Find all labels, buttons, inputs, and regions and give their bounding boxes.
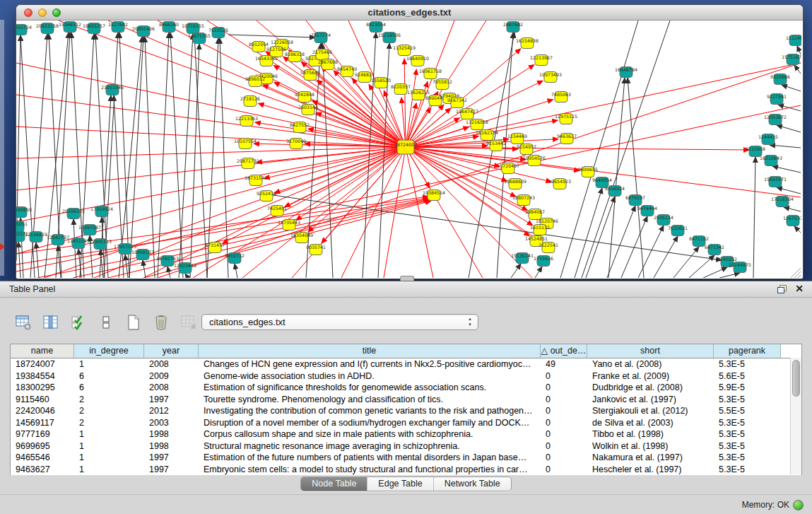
table-row[interactable]: 911546021997Tourette syndrome. Phenomeno…: [11, 394, 801, 406]
table-cell[interactable]: 9115460: [11, 394, 74, 406]
table-cell[interactable]: 1: [74, 358, 144, 370]
network-node[interactable]: 2935114: [654, 215, 673, 226]
table-cell[interactable]: 5.6E-5: [714, 370, 781, 382]
network-node[interactable]: 18640910: [406, 56, 429, 66]
table-cell[interactable]: 1997: [144, 464, 199, 476]
network-node[interactable]: 11451549: [67, 238, 90, 249]
table-cell[interactable]: 9699695: [11, 440, 74, 452]
table-cell[interactable]: 1998: [144, 440, 199, 452]
table-cell[interactable]: Genome-wide association studies in ADHD.: [199, 370, 541, 382]
table-row[interactable]: 969969511998Structural magnetic resonanc…: [11, 440, 801, 452]
network-node[interactable]: 18724007: [394, 140, 417, 154]
show-columns-icon[interactable]: [42, 313, 60, 332]
memory-indicator-icon[interactable]: [793, 500, 804, 510]
network-node[interactable]: 24055724: [16, 25, 32, 35]
network-node[interactable]: 7632621: [668, 226, 688, 236]
table-cell[interactable]: 0: [541, 464, 587, 476]
table-row[interactable]: 1938455462009Genome-wide association stu…: [11, 370, 801, 382]
network-node[interactable]: 11325419: [393, 45, 416, 56]
table-cell[interactable]: 0: [541, 405, 587, 417]
network-node[interactable]: 9227341: [767, 94, 787, 105]
network-node[interactable]: 19346512: [59, 22, 81, 33]
network-node[interactable]: 10655257: [83, 23, 105, 34]
network-node[interactable]: 9899695: [578, 167, 598, 177]
network-node[interactable]: 1154469: [507, 134, 527, 144]
table-cell[interactable]: 1: [74, 464, 144, 476]
network-node[interactable]: 12923448: [174, 263, 196, 274]
table-cell[interactable]: 0: [541, 370, 587, 382]
table-cell[interactable]: Stergiakouli et al. (2012): [587, 405, 714, 417]
network-node[interactable]: 20691406: [132, 26, 155, 37]
table-cell[interactable]: 1998: [144, 428, 199, 440]
network-node[interactable]: 7955812: [433, 79, 452, 90]
network-node[interactable]: 8813054: [366, 22, 386, 33]
scrollbar-thumb[interactable]: [792, 360, 800, 397]
tab-edge-table[interactable]: Edge Table: [367, 477, 433, 491]
table-cell[interactable]: Corpus callosum shape and size in male p…: [199, 428, 541, 440]
network-node[interactable]: 1615132: [530, 225, 550, 235]
table-cell[interactable]: 5.3E-5: [714, 464, 781, 476]
table-cell[interactable]: Investigating the contribution of common…: [199, 405, 541, 417]
network-node[interactable]: 17359924: [90, 206, 113, 217]
table-cell[interactable]: Tourette syndrome. Phenomenology and cla…: [199, 394, 541, 406]
network-node[interactable]: 9329966: [770, 74, 790, 85]
network-node[interactable]: 18731542: [245, 175, 267, 186]
table-cell[interactable]: 5.5E-5: [714, 405, 781, 417]
network-node[interactable]: 16648784: [615, 67, 637, 78]
network-node[interactable]: 13216058: [466, 119, 488, 130]
network-canvas[interactable]: 2405572420653158193465121065525715276022…: [16, 21, 801, 278]
table-cell[interactable]: Estimation of the future numbers of pati…: [199, 452, 541, 464]
network-node[interactable]: 6879197: [625, 195, 645, 206]
network-node[interactable]: 16543382: [255, 56, 278, 66]
table-cell[interactable]: 0: [541, 417, 587, 429]
table-cell[interactable]: 1: [74, 452, 144, 464]
table-cell[interactable]: Embryonic stem cells: a model to study s…: [199, 464, 541, 476]
network-node[interactable]: 12093872: [764, 115, 787, 125]
table-cell[interactable]: 18300295: [11, 382, 74, 394]
delete-column-icon[interactable]: [180, 313, 198, 332]
network-node[interactable]: 3170049: [286, 139, 306, 149]
delete-table-icon[interactable]: [152, 313, 170, 332]
network-node[interactable]: 2887682: [503, 22, 523, 33]
network-node[interactable]: 9395051: [16, 221, 28, 232]
table-cell[interactable]: 1997: [144, 452, 199, 464]
network-node[interactable]: 12975115: [555, 114, 577, 124]
table-row[interactable]: 946362711997Embryonic stem cells: a mode…: [11, 464, 801, 476]
network-node[interactable]: 8466160: [159, 22, 179, 33]
table-cell[interactable]: 2009: [144, 370, 199, 382]
table-cell[interactable]: 19384554: [11, 370, 74, 382]
table-cell[interactable]: 18724007: [11, 358, 74, 370]
network-node[interactable]: 1733426: [534, 256, 553, 267]
table-cell[interactable]: de Silva et al. (2003): [587, 417, 714, 429]
table-cell[interactable]: 2008: [144, 358, 199, 370]
window-titlebar[interactable]: citations_edges.txt: [16, 5, 803, 21]
table-cell[interactable]: Structural magnetic resonance image aver…: [199, 440, 541, 452]
table-cell[interactable]: 5.3E-5: [714, 394, 781, 406]
network-node[interactable]: 1167533: [783, 216, 801, 226]
network-node[interactable]: 15692971: [764, 177, 787, 187]
table-cell[interactable]: 5.3E-5: [714, 428, 781, 440]
table-cell[interactable]: 2012: [144, 405, 199, 417]
table-cell[interactable]: 6: [74, 370, 144, 382]
network-node[interactable]: 17016504: [771, 197, 794, 207]
table-cell[interactable]: 0: [541, 382, 587, 394]
network-node[interactable]: 19654923: [548, 179, 571, 189]
table-cell[interactable]: Franke et al. (2009): [587, 370, 714, 382]
table-cell[interactable]: 5.3E-5: [714, 417, 781, 429]
network-node[interactable]: 2603144: [298, 105, 318, 115]
network-node[interactable]: 10688609: [504, 179, 526, 189]
table-cell[interactable]: 9777169: [11, 428, 74, 440]
network-node[interactable]: 2522541: [539, 243, 558, 253]
network-node[interactable]: 1558520: [371, 78, 391, 88]
table-settings-icon[interactable]: [14, 313, 33, 332]
table-cell[interactable]: Tibbo et al. (1998): [587, 428, 714, 440]
network-node[interactable]: 18807243: [512, 195, 535, 206]
column-header-short[interactable]: short: [587, 344, 714, 358]
new-table-icon[interactable]: [124, 313, 143, 332]
table-cell[interactable]: 9463627: [11, 464, 74, 476]
network-node[interactable]: 21053346: [101, 85, 124, 95]
network-node[interactable]: 9153442: [486, 141, 506, 151]
table-row[interactable]: 1872400712008Changes of HCN gene express…: [11, 358, 801, 370]
table-cell[interactable]: 2: [74, 405, 144, 417]
table-cell[interactable]: 5.3E-5: [714, 440, 781, 452]
